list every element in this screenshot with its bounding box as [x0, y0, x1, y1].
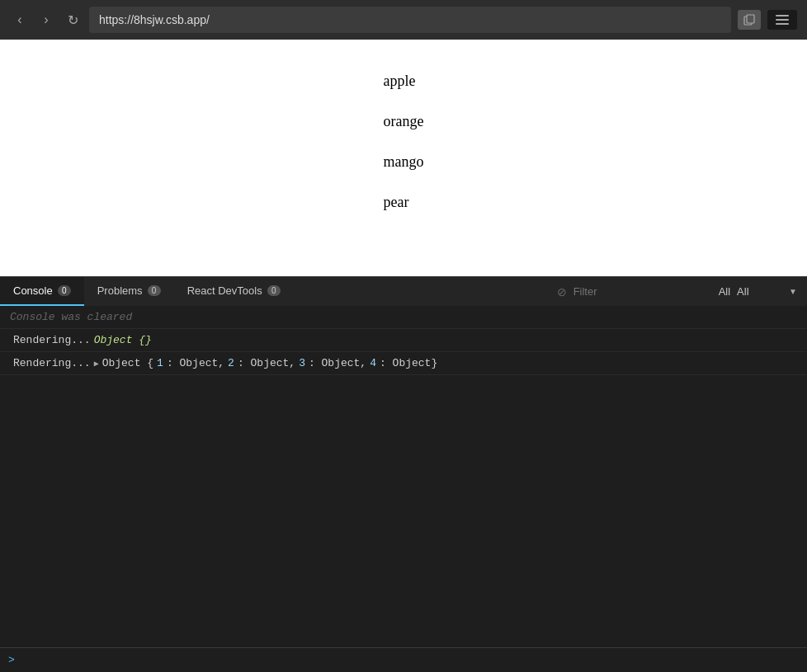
console-content: Console was cleared Rendering... Object …	[0, 306, 807, 647]
fruit-item-pear: pear	[384, 194, 424, 211]
console-key-1: 1	[157, 357, 163, 369]
table-row: Rendering... Object {}	[0, 329, 807, 352]
svg-rect-4	[776, 23, 789, 25]
forward-button[interactable]: ›	[36, 10, 56, 30]
filter-area: ⊘ All All Errors Warnings Info ▼	[547, 285, 807, 298]
tab-console-badge: 0	[58, 285, 71, 296]
filter-clear-icon[interactable]: ⊘	[557, 285, 567, 298]
tab-console[interactable]: Console 0	[0, 277, 84, 306]
devtools-tab-bar: Console 0 Problems 0 React DevTools 0 ⊘ …	[0, 276, 807, 306]
console-cleared-message: Console was cleared	[0, 306, 807, 329]
tab-react-devtools-label: React DevTools	[187, 284, 262, 297]
console-key-2: 2	[228, 357, 234, 369]
console-colon-2: : Object,	[238, 357, 295, 369]
web-content-area: apple orange mango pear	[0, 40, 807, 276]
reload-button[interactable]: ↻	[63, 10, 83, 30]
svg-rect-2	[776, 15, 789, 16]
console-colon-3: : Object,	[309, 357, 366, 369]
tab-console-label: Console	[13, 284, 53, 297]
console-input-row: >	[0, 647, 807, 672]
console-prompt-input[interactable]	[21, 654, 799, 666]
back-button[interactable]: ‹	[10, 10, 30, 30]
filter-input[interactable]	[573, 285, 712, 298]
address-bar[interactable]	[89, 7, 731, 33]
tab-react-devtools-badge: 0	[267, 285, 281, 296]
tab-problems-badge: 0	[148, 285, 161, 296]
copy-tab-button[interactable]	[738, 10, 761, 30]
expand-triangle-icon[interactable]: ▶	[94, 359, 99, 369]
console-key-3: 3	[299, 357, 305, 369]
fruit-list: apple orange mango pear	[384, 73, 424, 234]
console-key-4: 4	[370, 357, 376, 369]
copy-icon	[743, 14, 755, 26]
menu-icon	[776, 15, 789, 25]
svg-rect-3	[776, 19, 789, 21]
fruit-item-apple: apple	[384, 73, 424, 90]
tab-problems-label: Problems	[97, 284, 143, 297]
console-row-content-1: Object {}	[94, 334, 152, 346]
tab-react-devtools[interactable]: React DevTools 0	[174, 277, 294, 306]
console-close: : Object}	[380, 357, 437, 369]
browser-menu-button[interactable]	[767, 10, 797, 30]
console-colon-1: : Object,	[167, 357, 224, 369]
filter-level-label: All	[719, 285, 730, 298]
console-row-label-2: Rendering...	[13, 357, 91, 369]
svg-rect-1	[747, 15, 754, 23]
console-prompt-symbol: >	[8, 654, 15, 666]
console-object-text: Object {	[102, 357, 153, 369]
browser-chrome: ‹ › ↻	[0, 0, 807, 40]
filter-level-select[interactable]: All Errors Warnings Info	[737, 285, 782, 298]
tab-problems[interactable]: Problems 0	[84, 277, 174, 306]
fruit-item-mango: mango	[384, 153, 424, 171]
table-row: Rendering... ▶ Object {1: Object, 2: Obj…	[0, 352, 807, 375]
chevron-down-icon: ▼	[789, 287, 797, 296]
console-row-label-1: Rendering...	[13, 334, 91, 346]
fruit-item-orange: orange	[384, 113, 424, 130]
devtools-panel: Console 0 Problems 0 React DevTools 0 ⊘ …	[0, 276, 807, 672]
